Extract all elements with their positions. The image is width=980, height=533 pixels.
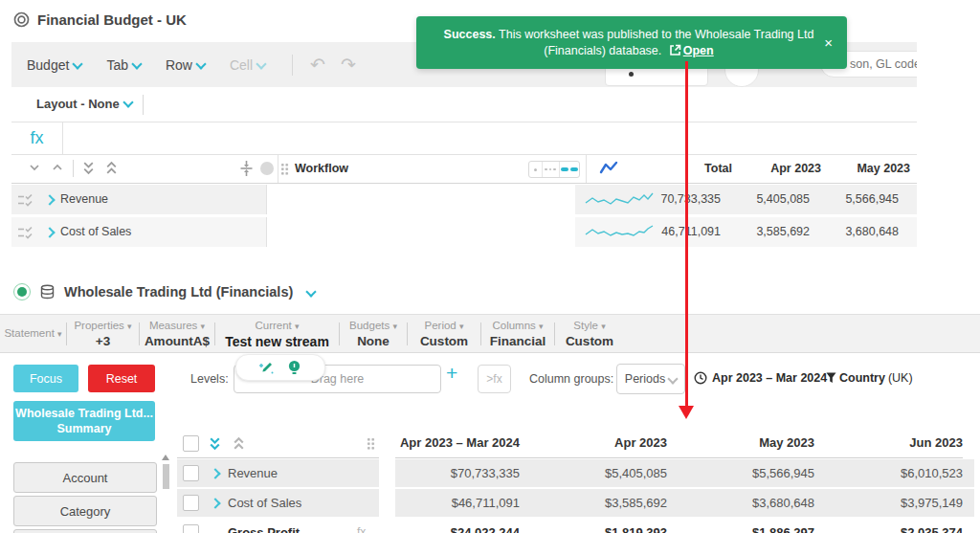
current-stream-menu[interactable]: Current ▾ Test new stream xyxy=(215,315,339,352)
cell-may[interactable]: 3,680,648 xyxy=(810,225,899,238)
formula-input[interactable] xyxy=(63,122,915,154)
chevron-right-icon[interactable] xyxy=(44,227,55,237)
worksheet-title: Financial Budget - UK xyxy=(37,11,187,28)
layout-menu[interactable]: Layout - None xyxy=(36,97,132,111)
redo-icon[interactable]: ↷ xyxy=(341,54,356,76)
sparkline-style-toggle[interactable] xyxy=(528,161,580,178)
cell[interactable]: $2,035,374 xyxy=(814,519,963,533)
row-label-cell[interactable]: Gross Profit fx xyxy=(177,519,379,533)
cell[interactable]: $24,022,244 xyxy=(395,519,520,533)
success-toast: Success. This worksheet was published to… xyxy=(416,16,847,69)
chevron-right-icon[interactable] xyxy=(44,194,55,205)
column-resize-handle[interactable] xyxy=(367,437,375,450)
fx-icon: fx xyxy=(30,128,43,148)
focus-button[interactable]: Focus xyxy=(13,365,78,392)
budget-menu[interactable]: Budget xyxy=(27,57,81,73)
row-checkbox[interactable] xyxy=(183,524,199,533)
cell[interactable]: $5,405,085 xyxy=(520,459,667,487)
scroll-thumb[interactable] xyxy=(163,464,169,489)
period-range[interactable]: Apr 2023 – Mar 2024 xyxy=(694,371,827,385)
open-link[interactable]: Open xyxy=(683,44,714,57)
row-label-cell[interactable]: Revenue xyxy=(177,459,379,487)
collapse-all-rows-icon[interactable] xyxy=(233,436,245,451)
reset-button[interactable]: Reset xyxy=(88,365,155,392)
column-header[interactable]: Jun 2023 xyxy=(814,435,963,450)
row-values[interactable]: $70,733,335 $5,405,085 $5,566,945 $6,010… xyxy=(395,459,974,487)
column-header[interactable]: Apr 2023 xyxy=(520,435,667,450)
collapse-row-icon[interactable] xyxy=(29,164,40,171)
chevron-down-icon[interactable] xyxy=(306,286,317,297)
sidebar-scrollbar[interactable] xyxy=(162,455,170,533)
chevron-down-icon xyxy=(668,373,679,384)
align-center-icon[interactable] xyxy=(239,160,254,177)
cell[interactable]: $1,819,393 xyxy=(520,519,667,533)
toggle-dots-option[interactable] xyxy=(543,162,560,177)
cell[interactable]: $3,680,648 xyxy=(667,489,814,517)
cell[interactable]: $1,886,297 xyxy=(667,519,814,533)
row-checkbox[interactable] xyxy=(183,495,199,511)
cell[interactable]: $70,733,335 xyxy=(395,459,520,487)
expand-row-icon[interactable] xyxy=(52,164,63,171)
cell-may[interactable]: 5,566,945 xyxy=(810,192,899,206)
cell[interactable]: $6,010,523 xyxy=(814,459,963,487)
style-menu[interactable]: Style ▾ Custom xyxy=(555,315,624,352)
column-header-may2023[interactable]: May 2023 xyxy=(821,162,910,175)
sidebar-item-category[interactable]: Category xyxy=(13,496,157,526)
scroll-up-arrow[interactable] xyxy=(162,455,169,460)
column-header[interactable]: Apr 2023 – Mar 2024 xyxy=(395,435,520,450)
toast-close-icon[interactable]: × xyxy=(824,34,833,51)
cell[interactable]: $3,585,692 xyxy=(520,489,667,517)
column-header-total[interactable]: Total xyxy=(586,162,732,175)
sidebar-selected-summary[interactable]: Wholesale Trading Ltd... Summary xyxy=(13,401,155,441)
country-filter[interactable]: Country (UK) xyxy=(826,371,913,385)
toggle-dashes-option[interactable] xyxy=(560,162,580,177)
row-label-cell[interactable]: Revenue xyxy=(11,185,267,214)
row-checkbox[interactable] xyxy=(183,465,199,481)
row-values-cell[interactable]: 46,711,091 3,585,692 3,680,648 xyxy=(575,217,917,247)
column-header-apr2023[interactable]: Apr 2023 xyxy=(732,162,821,175)
measures-menu[interactable]: Measures ▾ AmountA$ xyxy=(140,315,214,352)
cell[interactable]: $3,975,149 xyxy=(814,489,963,517)
sidebar-item-partial[interactable] xyxy=(13,529,157,533)
chevron-down-icon xyxy=(256,58,266,69)
cell-total[interactable]: 70,733,335 xyxy=(574,192,721,206)
tab-menu[interactable]: Tab xyxy=(106,57,141,73)
fx-cell[interactable]: fx xyxy=(11,122,63,154)
expand-all-rows-icon[interactable] xyxy=(209,436,221,451)
column-groups-select[interactable]: Periods xyxy=(616,364,685,394)
select-all-checkbox[interactable] xyxy=(183,435,199,452)
period-menu[interactable]: Period ▾ Custom xyxy=(408,315,480,352)
expand-all-icon[interactable] xyxy=(105,161,118,175)
row-menu[interactable]: Row xyxy=(166,57,205,73)
budgets-menu[interactable]: Budgets ▾ None xyxy=(340,315,407,352)
filter-funnel-icon xyxy=(826,372,836,384)
row-label-cell[interactable]: Cost of Sales xyxy=(11,217,267,247)
row-values[interactable]: $46,711,091 $3,585,692 $3,680,648 $3,975… xyxy=(395,489,974,517)
toggle-dot-option[interactable] xyxy=(529,162,543,177)
lightbulb-icon[interactable] xyxy=(287,360,301,376)
row-label-cell[interactable]: Cost of Sales xyxy=(177,489,379,517)
cell-apr[interactable]: 3,585,692 xyxy=(721,225,810,238)
cell-total[interactable]: 46,711,091 xyxy=(574,225,721,238)
columns-menu[interactable]: Columns ▾ Financial xyxy=(481,315,554,352)
row-values-cell[interactable]: 70,733,335 5,405,085 5,566,945 xyxy=(575,185,917,214)
cell-apr[interactable]: 5,405,085 xyxy=(721,192,810,206)
chevron-right-icon[interactable] xyxy=(210,498,220,508)
chevron-down-icon xyxy=(131,58,142,69)
sidebar-item-account[interactable]: Account xyxy=(13,462,157,493)
properties-menu[interactable]: Properties ▾ +3 xyxy=(67,315,139,352)
collapse-all-icon[interactable] xyxy=(82,161,95,175)
drag-handle-icon[interactable] xyxy=(280,163,289,175)
cell[interactable]: $46,711,091 xyxy=(395,489,520,517)
edit-pencil-icon[interactable] xyxy=(259,360,276,376)
column-header[interactable]: May 2023 xyxy=(667,435,814,450)
add-level-button[interactable]: + xyxy=(446,362,457,385)
statement-menu[interactable]: Statement ▾ xyxy=(0,315,66,352)
row-values[interactable]: $24,022,244 $1,819,393 $1,886,297 $2,035… xyxy=(395,519,974,533)
chevron-right-icon[interactable] xyxy=(210,468,220,478)
cell-menu[interactable]: Cell xyxy=(230,57,265,73)
undo-icon[interactable]: ↶ xyxy=(310,54,325,76)
cell[interactable]: $5,566,945 xyxy=(667,459,814,487)
history-icon[interactable] xyxy=(260,162,274,175)
fx-filter-button[interactable]: >fx xyxy=(478,365,511,393)
